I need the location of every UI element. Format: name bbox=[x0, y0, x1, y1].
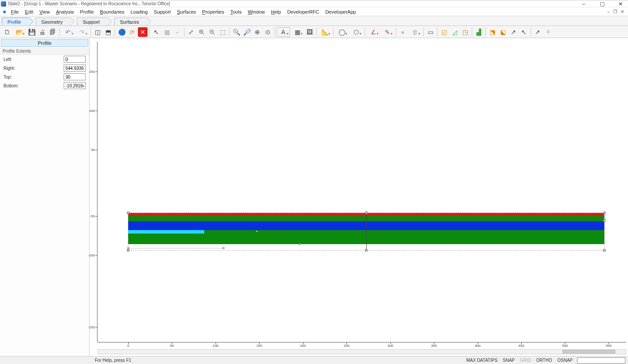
compute-button[interactable]: ⟳ bbox=[127, 27, 137, 37]
handle[interactable] bbox=[365, 249, 368, 252]
grid-button[interactable]: ▦ bbox=[162, 27, 172, 37]
menu-support[interactable]: Support bbox=[151, 8, 174, 15]
menu-help[interactable]: Help bbox=[268, 8, 284, 15]
image-tool-button[interactable]: 🖼 bbox=[305, 27, 314, 37]
zoom-all-button[interactable]: ⊕ bbox=[253, 27, 262, 37]
mdi-close-button[interactable]: ✕ bbox=[619, 9, 625, 14]
axes-button[interactable]: ⌐ bbox=[173, 27, 182, 37]
boundary-add-button[interactable]: ◱ bbox=[439, 27, 449, 37]
angle-tool-button[interactable]: ∠ bbox=[367, 27, 380, 37]
layer-cyan-lens bbox=[128, 230, 204, 234]
edit-tool-button[interactable]: ✎ bbox=[381, 27, 394, 37]
interpret-button[interactable]: ✕ bbox=[138, 27, 148, 37]
support-button-1[interactable]: ↗ bbox=[533, 27, 542, 37]
status-snap[interactable]: SNAP bbox=[500, 358, 517, 363]
minimize-button[interactable]: – bbox=[577, 1, 590, 7]
undo-button[interactable]: ↶ bbox=[61, 27, 75, 37]
menu-window[interactable]: Window bbox=[245, 8, 268, 15]
model-viewport[interactable]: 15010050-50-100-150 bbox=[90, 38, 628, 356]
left-input[interactable] bbox=[64, 56, 86, 63]
status-grid[interactable]: GRID bbox=[517, 358, 534, 363]
tab-profile[interactable]: Profile bbox=[2, 18, 29, 25]
support-button-2[interactable]: ⚘ bbox=[543, 27, 553, 37]
tab-surfaces[interactable]: Surfaces bbox=[114, 18, 147, 25]
mdi-restore-button[interactable]: ❐ bbox=[612, 9, 618, 14]
app-icon bbox=[1, 1, 6, 7]
top-input[interactable] bbox=[64, 73, 86, 80]
menu-view[interactable]: View bbox=[36, 8, 53, 15]
layer-button-1[interactable]: ⬔ bbox=[487, 27, 497, 37]
cross-section[interactable] bbox=[128, 213, 604, 248]
table-tool-button[interactable]: ▦ bbox=[291, 27, 304, 37]
menu-analysis[interactable]: Analysis bbox=[53, 8, 77, 15]
mdi-minimize-button[interactable]: – bbox=[606, 9, 611, 14]
redo-button[interactable]: ↷ bbox=[76, 27, 89, 37]
nail-button[interactable]: ↖ bbox=[519, 27, 529, 37]
right-input[interactable] bbox=[64, 65, 86, 72]
print-button[interactable]: 🖨 bbox=[37, 27, 47, 37]
tab-support[interactable]: Support bbox=[77, 18, 108, 25]
handle[interactable] bbox=[603, 249, 606, 252]
drawing-canvas[interactable] bbox=[97, 42, 626, 349]
handle[interactable] bbox=[127, 249, 130, 252]
menu-developer-rfc[interactable]: DeveloperRFC bbox=[284, 8, 322, 15]
menu-boundaries[interactable]: Boundaries bbox=[97, 8, 128, 15]
app-menu-icon[interactable]: ◆ bbox=[1, 9, 8, 14]
bottom-input[interactable] bbox=[64, 82, 86, 89]
menu-profile[interactable]: Profile bbox=[77, 8, 97, 15]
status-bar: For Help, press F1 MAX DATATIPS SNAP GRI… bbox=[0, 356, 628, 364]
text-tool-button[interactable]: A bbox=[277, 27, 290, 37]
select-button[interactable]: ↖ bbox=[152, 27, 161, 37]
new-button[interactable]: 🗋 bbox=[2, 27, 12, 37]
svg-line-5 bbox=[213, 33, 215, 35]
status-max-datatips[interactable]: MAX DATATIPS bbox=[464, 358, 500, 363]
anchor-button[interactable]: ↗ bbox=[509, 27, 518, 37]
reserved-button-1[interactable]: ● bbox=[398, 27, 408, 37]
scrollbar-thumb[interactable] bbox=[563, 350, 615, 353]
layer-button-2[interactable]: ⬕ bbox=[498, 27, 508, 37]
menu-tools[interactable]: Tools bbox=[227, 8, 245, 15]
zoom-in-button[interactable] bbox=[197, 27, 206, 37]
zoom-select-button[interactable]: ⊙ bbox=[263, 27, 273, 37]
maximize-button[interactable]: ▢ bbox=[596, 1, 609, 7]
zoom-extents-button[interactable]: ⤢ bbox=[186, 27, 196, 37]
menu-surfaces[interactable]: Surfaces bbox=[174, 8, 199, 15]
horizontal-scrollbar[interactable] bbox=[97, 349, 626, 354]
water-table-button[interactable]: ▟ bbox=[474, 27, 484, 37]
polygon-tool-button[interactable]: ⬡ bbox=[350, 27, 363, 37]
handle[interactable] bbox=[603, 212, 606, 214]
tile-vert-button[interactable]: ◫ bbox=[93, 27, 102, 37]
zoom-next-button[interactable]: 🔎 bbox=[242, 27, 252, 37]
tile-horiz-button[interactable]: ⬒ bbox=[103, 27, 113, 37]
ellipse-tool-button[interactable]: ◯ bbox=[336, 27, 349, 37]
status-osnap[interactable]: OSNAP bbox=[555, 358, 575, 363]
project-settings-button[interactable]: 🔵 bbox=[117, 27, 126, 37]
handle[interactable] bbox=[603, 220, 606, 222]
zoom-out-button[interactable] bbox=[207, 27, 217, 37]
close-button[interactable]: ✕ bbox=[614, 1, 627, 7]
boundary-delete-button[interactable]: ◳ bbox=[460, 27, 470, 37]
svg-line-1 bbox=[202, 33, 204, 35]
copy-view-button[interactable]: 🗐 bbox=[48, 27, 58, 37]
zoom-prev-button[interactable]: 🔍 bbox=[231, 27, 241, 37]
command-input[interactable] bbox=[577, 357, 625, 364]
panel-group-label: Profile Extents bbox=[0, 48, 89, 55]
menu-loading[interactable]: Loading bbox=[127, 8, 151, 15]
measure-button[interactable]: 📐 bbox=[318, 27, 332, 37]
tab-geometry[interactable]: Geometry bbox=[36, 18, 71, 25]
handle[interactable] bbox=[127, 212, 130, 214]
menu-file[interactable]: File bbox=[8, 8, 22, 15]
boundary-edit-button[interactable]: ◿ bbox=[450, 27, 459, 37]
left-label: Left: bbox=[4, 57, 12, 62]
delete-button[interactable]: 🗑 bbox=[408, 27, 422, 37]
handle[interactable] bbox=[365, 212, 368, 214]
material-button[interactable]: ▭ bbox=[426, 27, 435, 37]
save-button[interactable]: 💾 bbox=[27, 27, 36, 37]
zoom-window-button[interactable]: ⬚ bbox=[218, 27, 227, 37]
menu-edit[interactable]: Edit bbox=[22, 8, 36, 15]
status-ortho[interactable]: ORTHO bbox=[534, 358, 555, 363]
menu-properties[interactable]: Properties bbox=[199, 8, 227, 15]
menu-developer-app[interactable]: DeveloperApp bbox=[322, 8, 359, 15]
bottom-label: Bottom: bbox=[4, 83, 18, 88]
open-button[interactable]: 📂 bbox=[13, 27, 26, 37]
